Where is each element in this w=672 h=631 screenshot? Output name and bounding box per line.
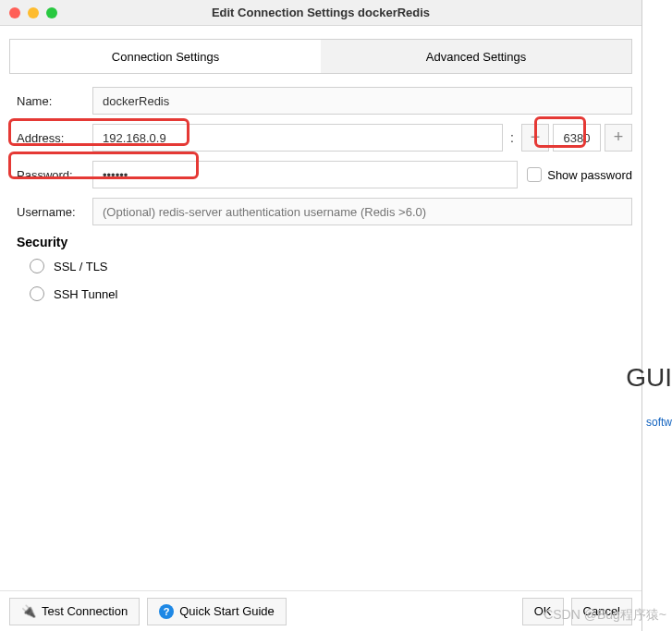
ssl-tls-label: SSL / TLS <box>54 260 108 273</box>
username-input[interactable] <box>92 198 632 225</box>
ssh-tunnel-radio[interactable] <box>30 286 44 301</box>
tabs: Connection Settings Advanced Settings <box>9 39 632 74</box>
ok-button[interactable]: OK <box>522 598 564 625</box>
ssh-tunnel-label: SSH Tunnel <box>54 287 117 301</box>
name-label: Name: <box>9 94 92 108</box>
quick-start-guide-button[interactable]: ? Quick Start Guide <box>147 598 287 625</box>
close-icon[interactable] <box>9 7 20 18</box>
maximize-icon[interactable] <box>46 7 57 18</box>
cancel-button[interactable]: Cancel <box>571 598 632 625</box>
show-password-label: Show password <box>547 168 632 182</box>
tab-advanced-settings[interactable]: Advanced Settings <box>321 40 631 73</box>
password-input[interactable] <box>92 161 518 188</box>
address-port-separator: : <box>510 130 514 145</box>
name-input[interactable] <box>92 87 632 115</box>
dialog-footer: 🔌 Test Connection ? Quick Start Guide OK… <box>0 590 641 631</box>
tab-connection-settings[interactable]: Connection Settings <box>10 40 321 73</box>
ssl-tls-radio[interactable] <box>30 259 44 273</box>
plug-icon: 🔌 <box>21 604 36 618</box>
test-connection-button[interactable]: 🔌 Test Connection <box>9 598 140 625</box>
port-decrement-button[interactable]: − <box>521 124 549 152</box>
show-password-checkbox[interactable] <box>527 167 542 182</box>
address-label: Address: <box>9 131 92 145</box>
username-label: Username: <box>9 205 92 219</box>
window-title: Edit Connection Settings dockerRedis <box>9 6 632 19</box>
minimize-icon[interactable] <box>28 7 39 18</box>
password-label: Password: <box>9 168 92 182</box>
help-icon: ? <box>159 604 174 619</box>
window-controls <box>9 7 57 18</box>
background-link-fragment: softw <box>646 416 672 429</box>
port-increment-button[interactable]: + <box>605 124 632 152</box>
titlebar: Edit Connection Settings dockerRedis <box>0 0 641 26</box>
address-input[interactable] <box>92 124 503 152</box>
port-input[interactable] <box>553 124 601 152</box>
test-connection-label: Test Connection <box>42 604 128 618</box>
background-text-fragment: GUI <box>626 363 672 393</box>
security-heading: Security <box>17 235 632 249</box>
quick-start-label: Quick Start Guide <box>179 604 275 618</box>
